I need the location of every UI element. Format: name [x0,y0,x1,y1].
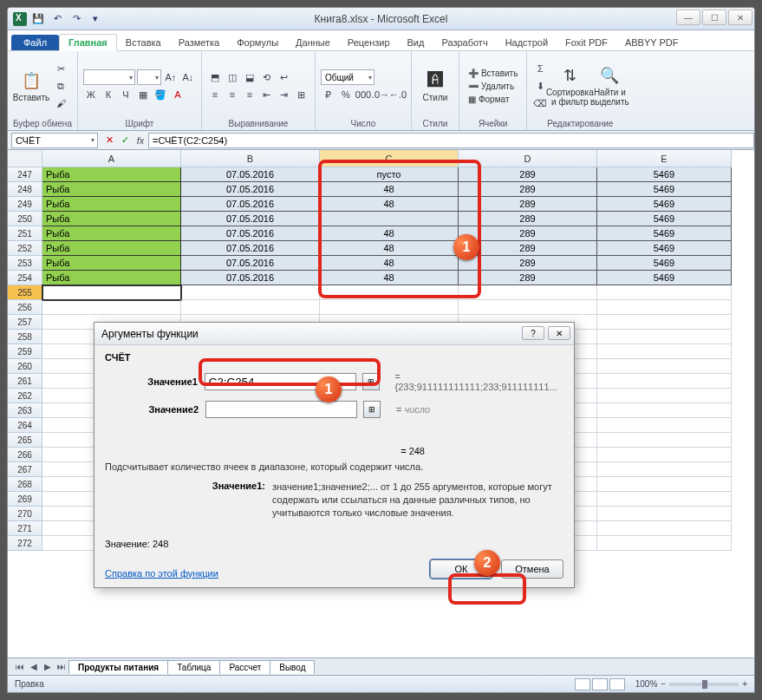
shrink-font-icon[interactable]: A↓ [180,69,196,85]
cells-delete[interactable]: ➖Удалить [465,81,521,92]
align-mid-icon[interactable]: ◫ [225,69,240,85]
cell[interactable] [320,212,459,226]
row-head[interactable]: 258 [8,330,42,344]
qat-save-icon[interactable]: 💾 [30,11,46,27]
cell[interactable]: 5469 [597,182,732,197]
cell[interactable] [597,477,732,492]
styles-button[interactable]: 🅰 Стили [417,70,453,102]
paste-button[interactable]: 📋 Вставить [13,70,49,102]
row-head[interactable]: 266 [8,448,42,462]
cell[interactable]: 07.05.2016 [181,256,320,271]
fill-color-icon[interactable]: 🪣 [153,87,168,102]
view-layout-icon[interactable] [592,678,608,690]
cell[interactable]: 48 [320,256,459,271]
sheet-tab-1[interactable]: Таблица [167,660,220,674]
cell[interactable] [597,448,732,462]
cell[interactable]: 5469 [597,271,732,285]
select-all-corner[interactable] [8,150,42,167]
cell[interactable]: 5469 [597,226,732,241]
inc-decimal-icon[interactable]: .0→ [373,87,388,102]
cell[interactable] [597,403,732,418]
cell[interactable] [42,300,181,315]
cell[interactable] [597,462,732,477]
zoom-slider[interactable] [669,683,739,686]
row-head[interactable]: 270 [8,507,42,521]
tab-home[interactable]: Главная [59,34,117,51]
cell[interactable]: Рыба [42,182,181,197]
tab-layout[interactable]: Разметка [170,35,229,50]
cell[interactable] [459,285,597,300]
cell[interactable]: 07.05.2016 [181,241,320,256]
fx-icon[interactable]: fx [133,133,148,148]
row-head[interactable]: 250 [8,212,42,226]
percent-icon[interactable]: % [338,87,354,102]
cell[interactable]: 5469 [597,241,732,256]
tab-view[interactable]: Вид [399,35,433,50]
cell[interactable] [597,418,732,433]
cell[interactable]: 07.05.2016 [181,167,320,182]
comma-icon[interactable]: 000 [355,87,371,102]
row-head[interactable]: 268 [8,477,42,492]
tab-data[interactable]: Данные [287,35,339,50]
tab-foxit[interactable]: Foxit PDF [557,35,616,50]
orientation-icon[interactable]: ⟲ [259,69,275,85]
align-right-icon[interactable]: ≡ [242,87,257,102]
maximize-button[interactable]: ☐ [702,10,726,25]
font-color-icon[interactable]: A [170,87,186,102]
cell[interactable]: Рыба [42,241,181,256]
qat-undo-icon[interactable]: ↶ [49,11,65,27]
row-head[interactable]: 269 [8,492,42,507]
dec-decimal-icon[interactable]: ←.0 [390,87,406,102]
italic-button[interactable]: К [101,87,116,102]
sheet-first-icon[interactable]: ⏮ [13,660,27,674]
cell[interactable]: 289 [459,271,597,285]
cell[interactable] [597,507,732,521]
row-head[interactable]: 252 [8,241,42,256]
cell[interactable] [181,285,320,300]
row-head[interactable]: 251 [8,226,42,241]
cell[interactable]: 07.05.2016 [181,212,320,226]
cell[interactable]: Рыба [42,271,181,285]
formula-accept-icon[interactable]: ✓ [117,133,133,148]
align-top-icon[interactable]: ⬒ [207,69,223,85]
row-head[interactable]: 261 [8,374,42,389]
sheet-prev-icon[interactable]: ◀ [27,660,41,674]
col-E[interactable]: E [597,150,732,167]
cell[interactable] [597,374,732,389]
cell[interactable] [42,285,181,300]
col-C[interactable]: C [320,150,459,167]
cell[interactable]: 5469 [597,197,732,212]
bold-button[interactable]: Ж [83,87,99,102]
merge-icon[interactable]: ⊞ [294,87,309,102]
cell[interactable] [597,521,732,536]
formula-input[interactable] [148,133,754,148]
dialog-title[interactable]: Аргументы функции [94,323,574,345]
cell[interactable]: Рыба [42,226,181,241]
formula-cancel-icon[interactable]: ✕ [101,133,117,148]
arg2-input[interactable] [205,401,357,418]
cell[interactable]: 07.05.2016 [181,197,320,212]
cell[interactable] [181,300,320,315]
row-head[interactable]: 248 [8,182,42,197]
cell[interactable] [597,536,732,551]
cell[interactable]: 5469 [597,212,732,226]
arg2-ref-button[interactable]: ⊞ [363,401,381,418]
file-tab[interactable]: Файл [11,35,59,50]
cell[interactable]: 5469 [597,167,732,182]
cell[interactable]: пусто [320,167,459,182]
ok-button[interactable]: ОК [430,559,492,579]
find-select-button[interactable]: 🔍 Найти и выделить [591,65,628,107]
cell[interactable]: 48 [320,271,459,285]
row-head[interactable]: 255 [8,285,42,300]
cell[interactable]: 289 [459,212,597,226]
cell[interactable]: 07.05.2016 [181,271,320,285]
cell[interactable]: 289 [459,226,597,241]
arg1-ref-button[interactable]: ⊞ [362,373,380,390]
cell[interactable] [320,285,459,300]
cell[interactable] [597,359,732,374]
row-head[interactable]: 254 [8,271,42,285]
sheet-tab-active[interactable]: Продукты питания [68,660,168,674]
row-head[interactable]: 272 [8,536,42,551]
font-name[interactable] [83,69,135,85]
number-format-combo[interactable]: Общий [321,69,374,85]
